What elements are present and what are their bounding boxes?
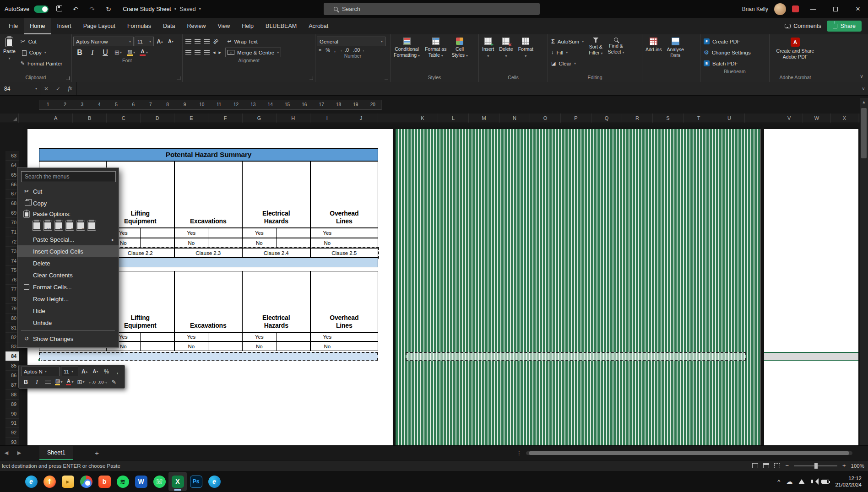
- yes-label-cell[interactable]: Yes: [311, 228, 345, 238]
- mini-font-select[interactable]: Aptos N▾: [21, 367, 60, 376]
- taskbar-app[interactable]: e: [22, 472, 40, 491]
- clipboard-dialog-launcher[interactable]: [66, 76, 70, 80]
- no-answer-cell[interactable]: [277, 342, 310, 351]
- align-bottom-icon[interactable]: [204, 39, 210, 43]
- formula-input[interactable]: [76, 82, 859, 95]
- wrap-text-button[interactable]: ↩Wrap Text: [225, 37, 260, 46]
- align-center-icon[interactable]: [195, 50, 201, 54]
- row-header[interactable]: 90: [5, 409, 19, 419]
- comments-button[interactable]: Comments: [785, 23, 821, 29]
- context-menu-item-copy[interactable]: Copy: [17, 197, 119, 209]
- ribbon-tab[interactable]: Home: [24, 18, 51, 34]
- column-header[interactable]: D: [141, 114, 174, 123]
- borders-button[interactable]: ⊞▾: [76, 377, 86, 387]
- align-top-icon[interactable]: [185, 39, 191, 43]
- page-layout-view-icon[interactable]: [763, 463, 769, 468]
- orientation-icon[interactable]: ab: [212, 38, 219, 45]
- taskbar-app[interactable]: ☏: [150, 472, 168, 491]
- ribbon-tab[interactable]: Page Layout: [77, 18, 121, 34]
- onedrive-icon[interactable]: ☁: [786, 478, 792, 485]
- column-header[interactable]: O: [530, 114, 561, 123]
- number-dialog-launcher[interactable]: [385, 76, 388, 80]
- share-button[interactable]: Share: [827, 21, 862, 32]
- minimize-button[interactable]: —: [805, 0, 821, 18]
- yes-label-cell[interactable]: Yes: [175, 333, 209, 341]
- decrease-indent-icon[interactable]: ◂: [213, 50, 216, 55]
- taskbar-app[interactable]: ▸: [59, 472, 77, 491]
- no-answer-cell[interactable]: [344, 238, 378, 248]
- font-name-select[interactable]: Aptos Narrow▾: [73, 37, 134, 46]
- row-header[interactable]: 84: [5, 351, 19, 361]
- ribbon-tab[interactable]: Insert: [51, 18, 77, 34]
- taskbar-app[interactable]: X: [168, 472, 187, 491]
- battery-icon[interactable]: [821, 480, 829, 484]
- taskbar-app[interactable]: [77, 472, 95, 491]
- shrink-font-button[interactable]: A▾: [91, 367, 100, 376]
- column-header[interactable]: K: [407, 114, 438, 123]
- ribbon-tab[interactable]: Help: [236, 18, 260, 34]
- clause-cell[interactable]: Clause 2.4: [242, 248, 310, 258]
- font-dialog-launcher[interactable]: [177, 76, 180, 80]
- create-pdf-button[interactable]: PCreate PDF: [702, 37, 768, 46]
- paste-option-icon[interactable]: [87, 221, 96, 231]
- ribbon-tab[interactable]: Acrobat: [303, 18, 334, 34]
- percent-icon[interactable]: %: [102, 367, 111, 376]
- hazard-column-header[interactable]: ElectricalHazards: [242, 161, 310, 228]
- context-menu-item-insert-copied-cells[interactable]: Insert Copied Cells: [17, 245, 119, 257]
- column-header[interactable]: N: [499, 114, 530, 123]
- yes-label-cell[interactable]: Yes: [175, 228, 209, 238]
- avatar[interactable]: [774, 3, 786, 15]
- cell-styles-button[interactable]: CellStyles ▾: [450, 37, 470, 59]
- yes-answer-cell[interactable]: [277, 333, 310, 341]
- yes-label-cell[interactable]: Yes: [243, 228, 277, 238]
- decrease-decimal-icon[interactable]: .00→: [353, 48, 365, 53]
- align-middle-icon[interactable]: [195, 39, 201, 43]
- insert-destination-row[interactable]: [39, 352, 378, 361]
- taskbar-app[interactable]: ≋: [114, 472, 132, 491]
- taskbar-app[interactable]: Ps: [187, 472, 205, 491]
- bold-button[interactable]: B: [21, 377, 31, 387]
- yes-label-cell[interactable]: Yes: [311, 333, 345, 341]
- paste-option-icon[interactable]: ⇄: [65, 221, 74, 231]
- zoom-slider-thumb[interactable]: [814, 463, 818, 469]
- save-icon[interactable]: [53, 5, 65, 13]
- menu-search-input[interactable]: [21, 171, 116, 182]
- column-header[interactable]: G: [243, 114, 277, 123]
- row-header[interactable]: 63: [5, 151, 19, 161]
- row-header[interactable]: 91: [5, 419, 19, 428]
- column-header[interactable]: S: [653, 114, 684, 123]
- copy-button[interactable]: Copy▾: [19, 48, 64, 57]
- fill-color-button[interactable]: ▨▾: [54, 377, 64, 387]
- no-label-cell[interactable]: No: [311, 238, 345, 248]
- row-header[interactable]: 86: [5, 371, 19, 380]
- no-label-cell[interactable]: No: [311, 342, 345, 351]
- context-menu-item-clear-contents[interactable]: Clear Contents: [17, 269, 119, 281]
- column-header[interactable]: L: [438, 114, 469, 123]
- taskbar-app[interactable]: e: [205, 472, 223, 491]
- clause-cell[interactable]: Clause 2.5: [310, 248, 379, 258]
- horizontal-scrollbar[interactable]: [526, 451, 852, 455]
- no-label-cell[interactable]: No: [243, 342, 277, 351]
- yes-answer-cell[interactable]: [141, 228, 174, 238]
- search-input[interactable]: Search: [324, 3, 540, 15]
- yes-answer-cell[interactable]: [277, 228, 310, 238]
- sheet-tab-sheet1[interactable]: Sheet1: [39, 446, 73, 460]
- column-header[interactable]: U: [714, 114, 745, 123]
- no-answer-cell[interactable]: [344, 342, 378, 351]
- column-header[interactable]: C: [107, 114, 141, 123]
- conditional-formatting-button[interactable]: ConditionalFormatting ▾: [392, 37, 422, 59]
- column-header[interactable]: Q: [591, 114, 622, 123]
- document-title[interactable]: Crane Study Sheet • Saved ▾: [123, 6, 201, 12]
- autosave-toggle[interactable]: [34, 5, 49, 13]
- column-header[interactable]: M: [469, 114, 499, 123]
- maximize-button[interactable]: [827, 0, 844, 18]
- taskbar-app[interactable]: [4, 472, 22, 491]
- autosum-button[interactable]: ΣAutoSum▾: [549, 37, 586, 46]
- cancel-icon[interactable]: ✕: [40, 86, 52, 92]
- clause-cell[interactable]: Clause 2.3: [174, 248, 243, 258]
- no-answer-cell[interactable]: [277, 238, 310, 248]
- mini-size-select[interactable]: 11▾: [61, 367, 78, 376]
- hazard-column-header[interactable]: OverheadLines: [310, 161, 379, 228]
- hazard-column-header[interactable]: Excavations: [174, 161, 243, 228]
- yes-answer-cell[interactable]: [344, 333, 378, 341]
